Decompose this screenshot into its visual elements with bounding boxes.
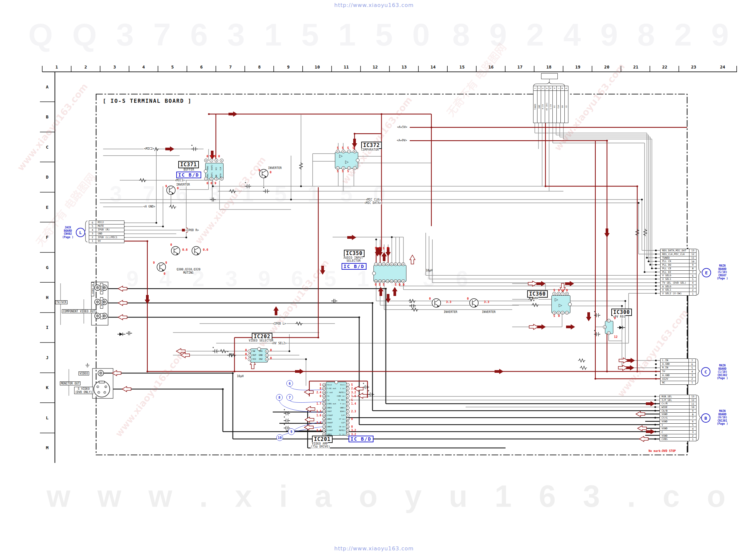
ic-pin: 27 [322,387,326,390]
ic-pin: 5 [552,292,556,296]
voltage-label: 5 [306,383,321,387]
ic371-top-pins: 8765 [204,159,224,162]
voltage-label: 5 [379,283,381,286]
wires-gray [61,79,660,407]
grid-col-label: 13 [390,65,419,71]
table-row: Y5 [660,423,696,427]
table-row: CY/G7 [660,416,696,420]
grid-col-label: 18 [535,65,563,71]
grid-row-label: J [43,342,51,372]
inverter-label: INVERTER [482,310,495,314]
voltage-label: 0 [399,283,400,286]
tuner-pin-column: 9CE [564,86,569,123]
grid-row-label: F [43,222,51,252]
ic201-right-voltages: 52.33.21.651.42.3003.23.2 [351,383,364,436]
pr-cr-label: PR/CR [100,283,103,294]
voltage-label: 0 [210,182,212,185]
grid-row-label: E [43,192,51,222]
svideo-pin-number: 3 [97,386,98,388]
ic-pin: 14 [382,279,386,283]
ic360-function: AMP [533,297,539,300]
table-row: A.GND6 [660,362,695,366]
grid-col-label: 20 [592,65,621,71]
signal-mic1: MIC1 [174,178,185,182]
voltage-label: 5 [553,314,555,318]
inverter-transistor [469,299,478,307]
ic-pin: 1 [607,319,611,323]
ic-pin: 11 [394,279,397,283]
voltage-label [306,406,321,410]
ic-pin: 3 [248,358,252,361]
ground-icon [86,363,90,367]
ic-pin: 10 [346,417,350,421]
tuner-label-box [541,73,558,79]
svideo-pin-number: 1 [98,391,99,393]
ic-pin: 24 [322,398,326,402]
grid-col-label: 8 [245,65,274,71]
ic202-pin-label: IN1 [259,350,263,353]
grid-col-label: 17 [506,65,535,71]
ic-pin: 21 [322,410,326,413]
voltage-label: 9 [614,317,616,320]
pb-jack-gnd [95,299,100,305]
tuner-pin-column: 7CLK [556,86,560,123]
ic201-ref: IC201 [312,436,333,443]
y-label: Y [100,313,103,319]
ic-pin: 5 [265,354,269,357]
signal-a9v: A+9V [396,139,408,142]
ic-pin: 2 [346,387,350,390]
voltage-label: 3.3 [484,300,489,304]
grid-columns: 123456789101112131415161718192021222324 [42,65,737,71]
y-jack-gnd [95,313,100,319]
voltage-label: 2.4 [306,391,321,394]
voltage-label: 0 [170,243,172,246]
ic-pin: 8 [401,262,405,266]
inverter-label: INVERTER [268,166,282,170]
circled-number-8: 8 [276,394,283,401]
ic-pin: 2 [378,262,382,266]
table-row: 6MIC2 [89,221,124,224]
table-row: 5MUTE [89,224,124,228]
jack-board-table: 6MIC25MUTE4IPOD (R)3GND2IPOD (L)/MIC119V [89,221,124,243]
voltage-label: 9 [566,289,568,292]
ic-pin: 6 [346,402,350,406]
grid-col-label: 6 [187,65,216,71]
brace-b [697,395,701,440]
table-row: VGND8 [660,413,696,416]
table-row: PLL DO9 [660,263,696,267]
voltage-label [306,425,321,429]
svideo-pin-number: 2 [104,391,105,393]
grid-row-label: H [43,282,51,312]
voltage-label: 0 [164,272,165,275]
connector-c-ref: MAINBOARD(1/10)CN1302(Page ) [712,364,733,380]
table-row: RDS_CLK,MIC_CLK12 [660,253,696,256]
coil-label: 10µH [237,374,244,378]
voltage-label: 5 [347,146,349,150]
ic-pin: 6 [342,150,345,153]
video-in-label: VIDEO IN [91,282,94,296]
junction-dots-red [147,114,656,379]
resistors [139,147,647,369]
table-row: 2IPOD (L)/MIC1 [89,235,124,239]
table-row: 3GND [89,232,124,235]
ic-pin: 7 [347,150,351,153]
ic-pin: 12 [346,425,350,429]
voltage-label: 9 [165,185,167,188]
ic-pin: 4 [265,358,269,361]
voltage-label: 3.2 [351,391,364,394]
grid-row-label: L [43,403,51,433]
voltage-label: 5 [353,146,354,150]
voltage-label: 0 [351,425,364,429]
voltage-label: 5 [351,383,364,387]
ic-pin: 5 [220,159,224,162]
voltage-label: 5 [342,170,344,173]
ic-pin: 7 [561,292,564,296]
voltage-label: 0 [245,353,247,356]
ic-pin: 6 [394,262,397,266]
voltage-label: 5 [387,247,388,250]
ic-pin: 5 [346,398,350,402]
ic-pin: 6 [265,350,269,353]
ic-pin: 20 [322,414,326,417]
ic-pin: 7 [209,159,213,162]
video-in-jack [95,285,100,291]
